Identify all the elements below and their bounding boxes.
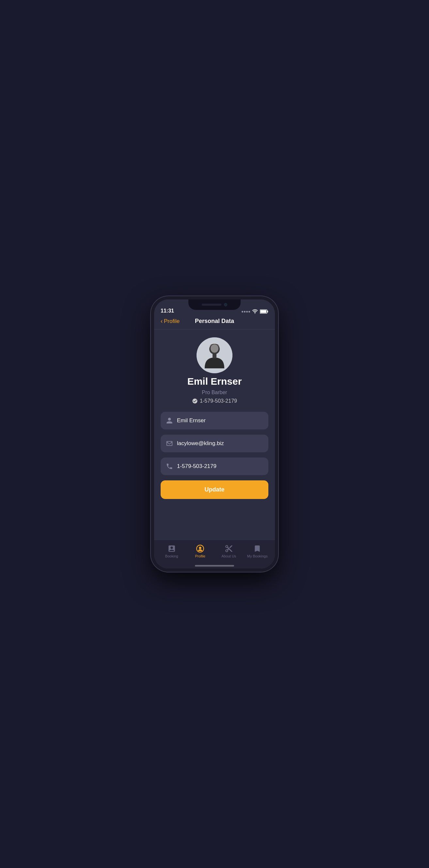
- back-label: Profile: [164, 318, 180, 324]
- update-button[interactable]: Update: [161, 480, 268, 499]
- nav-item-about-us[interactable]: About Us: [214, 545, 243, 558]
- avatar-image: [196, 337, 233, 373]
- name-input[interactable]: [177, 417, 263, 424]
- svg-rect-5: [213, 354, 216, 358]
- speaker: [202, 304, 221, 306]
- email-field-container: [161, 435, 268, 452]
- battery-icon: [260, 309, 268, 314]
- bottom-nav: Booking Profile About Us: [154, 540, 275, 568]
- back-button[interactable]: ‹ Profile: [161, 318, 180, 324]
- nav-item-profile[interactable]: Profile: [186, 545, 215, 558]
- nav-label-booking: Booking: [165, 554, 178, 558]
- email-icon: [166, 440, 173, 447]
- phone-display-icon: [192, 398, 198, 404]
- page-title: Personal Data: [195, 318, 234, 324]
- user-phone-row: 1-579-503-2179: [192, 398, 237, 404]
- nav-label-about-us: About Us: [221, 554, 236, 558]
- volume-up-button: [151, 358, 152, 378]
- status-time: 11:31: [161, 308, 174, 314]
- person-icon: [166, 417, 173, 424]
- nav-item-booking[interactable]: Booking: [157, 545, 186, 558]
- volume-down-button: [151, 381, 152, 401]
- main-content: Emil Ernser Pro Barber 1-579-503-2179: [154, 330, 275, 540]
- signal-icon: [242, 311, 250, 312]
- booking-icon: [167, 545, 176, 553]
- scissors-icon: [225, 545, 233, 553]
- call-icon: [166, 463, 173, 470]
- status-icons: [242, 309, 268, 314]
- screen: 11:31: [154, 300, 275, 568]
- nav-label-my-bookings: My Bookings: [247, 554, 268, 558]
- phone-field-container: [161, 458, 268, 475]
- nav-item-my-bookings[interactable]: My Bookings: [243, 545, 272, 558]
- avatar: [196, 337, 233, 373]
- wifi-icon: [252, 309, 258, 314]
- avatar-section: Emil Ernser Pro Barber 1-579-503-2179: [187, 337, 242, 404]
- svg-point-6: [211, 344, 218, 353]
- power-button: [277, 355, 278, 381]
- notch: [188, 300, 241, 310]
- name-field-container: [161, 412, 268, 429]
- user-phone-display: 1-579-503-2179: [200, 398, 237, 404]
- nav-label-profile: Profile: [195, 554, 205, 558]
- email-input[interactable]: [177, 440, 263, 447]
- user-name: Emil Ernser: [187, 376, 242, 387]
- svg-rect-1: [267, 311, 268, 312]
- profile-nav-icon: [196, 545, 204, 553]
- user-role: Pro Barber: [202, 390, 227, 396]
- volume-silent-button: [151, 342, 152, 355]
- my-bookings-icon: [253, 545, 262, 553]
- back-chevron-icon: ‹: [161, 318, 162, 324]
- phone-input[interactable]: [177, 463, 263, 470]
- phone-frame: 11:31: [151, 296, 278, 572]
- home-indicator: [195, 565, 234, 566]
- svg-point-8: [199, 547, 202, 549]
- svg-rect-2: [260, 310, 267, 313]
- camera: [224, 303, 227, 306]
